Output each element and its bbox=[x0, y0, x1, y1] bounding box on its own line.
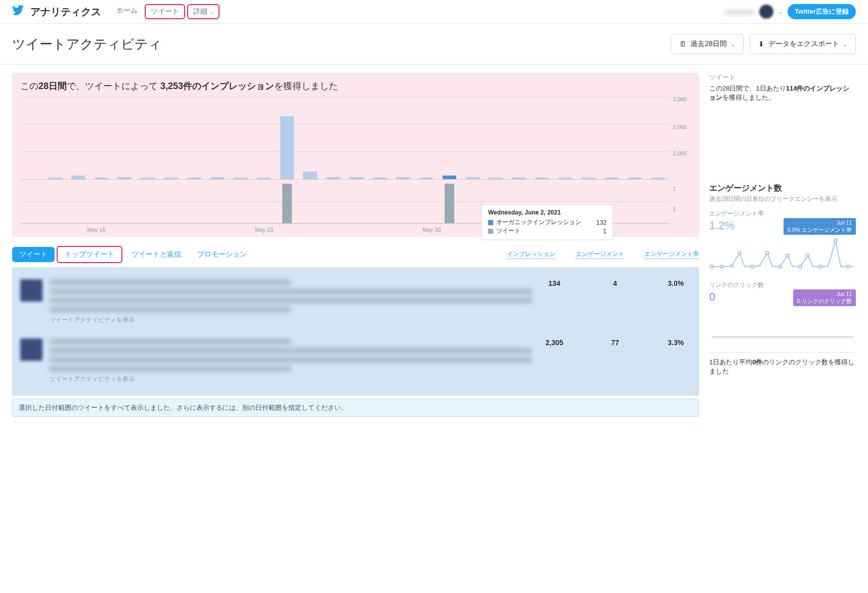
avatar bbox=[20, 279, 42, 302]
sparkline-engagement bbox=[709, 235, 856, 271]
tweet-row[interactable]: ツイートアクティビティを表示 2,305 77 3.3% bbox=[12, 331, 699, 391]
svg-point-2 bbox=[730, 264, 733, 267]
register-ads-button[interactable]: Twitter広告に登録 bbox=[788, 4, 856, 19]
engagement-title: エンゲージメント数 bbox=[709, 183, 856, 194]
spark-engagement-rate: エンゲージメント率 Jun 11 0.0% エンゲージメント率 1.2% bbox=[709, 209, 856, 271]
svg-point-5 bbox=[766, 251, 769, 255]
metric-rate: 3.0% bbox=[661, 279, 691, 287]
svg-point-4 bbox=[751, 265, 754, 268]
nav-right: username ⌄ Twitter広告に登録 bbox=[725, 4, 856, 19]
nav-more[interactable]: 詳細 ⌄ bbox=[187, 4, 220, 19]
impressions-box: この28日間で、ツイートによって 3,253件のインプレッションを獲得しました bbox=[12, 73, 699, 237]
export-button[interactable]: ⬇ データをエクスポート ⌄ bbox=[750, 34, 856, 54]
metric-engagements: 77 bbox=[600, 338, 630, 347]
view-activity-link[interactable]: ツイートアクティビティを表示 bbox=[50, 375, 532, 384]
svg-point-8 bbox=[799, 265, 802, 268]
chevron-down-icon: ⌄ bbox=[843, 41, 847, 47]
spark-link-clicks: リンクのクリック数 Jun 11 0 リンクのクリック数 0 bbox=[709, 281, 856, 342]
top-nav: アナリティクス ホーム ツイート 詳細 ⌄ username ⌄ Twitter… bbox=[0, 0, 868, 24]
nav-links: ホーム ツイート 詳細 ⌄ bbox=[111, 4, 220, 19]
svg-point-9 bbox=[806, 254, 809, 257]
nav-tweet[interactable]: ツイート bbox=[145, 4, 185, 19]
col-impressions[interactable]: インプレッション bbox=[507, 250, 555, 259]
metric-rate: 3.3% bbox=[661, 338, 691, 347]
metric-impressions: 134 bbox=[539, 279, 570, 287]
brand-title: アナリティクス bbox=[30, 5, 101, 19]
tweet-row[interactable]: ツイートアクティビティを表示 134 4 3.0% bbox=[12, 272, 699, 331]
twitter-icon bbox=[12, 5, 30, 19]
tab-top-tweets[interactable]: トップツイート bbox=[57, 246, 122, 263]
svg-point-1 bbox=[720, 265, 723, 268]
svg-point-12 bbox=[847, 265, 850, 268]
spark-badge: Jun 11 0 リンクのクリック数 bbox=[793, 289, 856, 306]
view-activity-link[interactable]: ツイートアクティビティを表示 bbox=[50, 316, 532, 324]
download-icon: ⬇ bbox=[758, 40, 764, 48]
side-tweet-heading: ツイート bbox=[709, 73, 856, 82]
tab-tweets-replies[interactable]: ツイートと返信 bbox=[124, 247, 188, 262]
svg-point-0 bbox=[710, 265, 713, 268]
nav-home[interactable]: ホーム bbox=[111, 4, 143, 19]
col-engagement-rate[interactable]: エンゲージメント率 bbox=[644, 250, 699, 259]
engagement-sub: 過去28日間の日単位のフリークエンシーを表示 bbox=[709, 195, 856, 203]
avatar bbox=[20, 338, 42, 361]
username-blurred: username bbox=[725, 8, 755, 16]
side-bottom-note: 1日あたり平均0件のリンクのクリック数を獲得しました bbox=[709, 352, 856, 376]
chevron-down-icon: ⌄ bbox=[731, 41, 735, 47]
column-headers: インプレッション エンゲージメント エンゲージメント率 bbox=[507, 250, 699, 259]
sidebar: ツイート この28日間で、1日あたり114件のインプレッションを獲得しました。 … bbox=[709, 73, 856, 417]
col-engagements[interactable]: エンゲージメント bbox=[576, 250, 624, 259]
metric-engagements: 4 bbox=[600, 279, 630, 287]
svg-point-10 bbox=[819, 265, 822, 268]
chart-tooltip: Wednesday, June 2, 2021 オーガニックインプレッション13… bbox=[482, 204, 613, 240]
page-header: ツイートアクティビティ 🗓 過去28日間 ⌄ ⬇ データをエクスポート ⌄ bbox=[0, 24, 868, 65]
tweet-tabs: ツイート トップツイート ツイートと返信 プロモーション インプレッション エン… bbox=[12, 246, 699, 263]
avatar[interactable] bbox=[759, 5, 773, 19]
svg-point-11 bbox=[834, 239, 837, 242]
svg-point-6 bbox=[778, 265, 782, 268]
tab-tweets[interactable]: ツイート bbox=[12, 247, 55, 262]
metric-impressions: 2,305 bbox=[539, 338, 570, 347]
side-tweet-summary: この28日間で、1日あたり114件のインプレッションを獲得しました。 bbox=[709, 84, 856, 102]
page-title: ツイートアクティビティ bbox=[12, 35, 671, 53]
chart-y-axis: 3,000 2,000 1,000 1 1 bbox=[670, 97, 691, 224]
calendar-icon: 🗓 bbox=[679, 40, 686, 48]
spark-badge: Jun 11 0.0% エンゲージメント率 bbox=[784, 218, 856, 235]
tab-promoted[interactable]: プロモーション bbox=[190, 247, 254, 262]
chevron-down-icon[interactable]: ⌄ bbox=[778, 9, 783, 15]
svg-point-3 bbox=[738, 251, 741, 255]
chevron-down-icon: ⌄ bbox=[209, 9, 213, 15]
sparkline-clicks bbox=[709, 307, 856, 342]
notice-bar: 選択した日付範囲のツイートをすべて表示しました。さらに表示するには、別の日付範囲… bbox=[12, 399, 699, 417]
tweet-list: ツイートアクティビティを表示 134 4 3.0% ツイートアクティビティを表示 bbox=[12, 267, 699, 396]
impressions-headline: この28日間で、ツイートによって 3,253件のインプレッションを獲得しました bbox=[20, 80, 691, 92]
svg-point-7 bbox=[786, 254, 789, 257]
date-range-button[interactable]: 🗓 過去28日間 ⌄ bbox=[671, 34, 744, 54]
